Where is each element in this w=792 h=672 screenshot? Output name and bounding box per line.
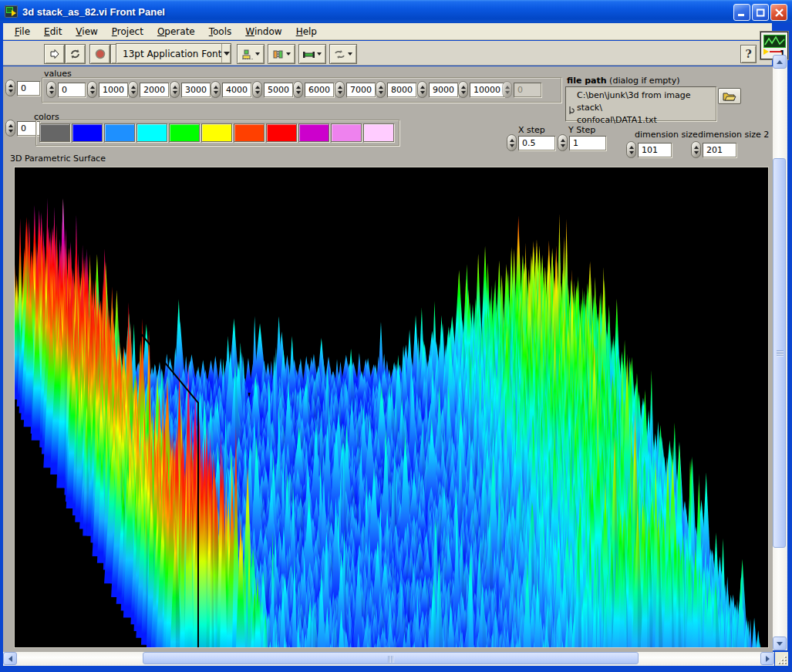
menu-tools[interactable]: Tools <box>202 25 239 39</box>
array-element-value[interactable]: 6000 <box>305 83 334 97</box>
align-objects-icon <box>242 49 253 59</box>
increment-decrement-spinner[interactable] <box>691 141 701 158</box>
file-path-line1: C:\ben\junk\3d from image stack\ <box>577 89 713 114</box>
color-swatch[interactable] <box>39 123 70 142</box>
y-step-value[interactable]: 1 <box>569 136 606 150</box>
array-element-value[interactable]: 9000 <box>429 83 458 97</box>
menu-view[interactable]: View <box>69 25 104 39</box>
values-index-value[interactable]: 0 <box>17 81 40 96</box>
run-button[interactable] <box>44 44 65 64</box>
3d-surface-canvas[interactable] <box>15 167 768 647</box>
browse-button[interactable] <box>718 88 741 104</box>
color-swatch[interactable] <box>169 123 200 142</box>
dimension-size-control: 101 <box>626 141 672 158</box>
color-swatch[interactable] <box>298 123 329 142</box>
resize-objects-button[interactable] <box>298 44 326 64</box>
dimension-size-value[interactable]: 101 <box>638 143 672 157</box>
menu-operate[interactable]: Operate <box>150 25 202 39</box>
color-swatch[interactable] <box>234 123 265 142</box>
increment-decrement-spinner[interactable] <box>376 81 386 98</box>
minimize-button[interactable] <box>733 4 750 21</box>
array-element-value[interactable]: 5000 <box>264 83 293 97</box>
run-arrow-icon <box>49 49 60 59</box>
dimension-size-2-value[interactable]: 201 <box>703 143 736 157</box>
continuous-run-icon <box>69 49 81 59</box>
array-element-value[interactable]: 8000 <box>387 83 416 97</box>
array-element-value[interactable]: 7000 <box>346 83 376 97</box>
distribute-objects-button[interactable] <box>268 44 295 64</box>
file-path-control[interactable]: C:\ben\junk\3d from image stack\ confoca… <box>565 86 716 121</box>
x-step-value[interactable]: 0.5 <box>518 136 555 150</box>
context-help-button[interactable]: ? <box>740 45 757 63</box>
distribute-objects-icon <box>273 49 284 59</box>
increment-decrement-spinner[interactable] <box>87 81 97 98</box>
array-element-value[interactable]: 3000 <box>181 83 211 97</box>
color-swatch[interactable] <box>266 123 297 142</box>
vi-icon-graph <box>763 35 786 48</box>
chevron-down-icon <box>317 52 322 56</box>
array-element-value[interactable]: 4000 <box>222 83 251 97</box>
increment-decrement-spinner[interactable] <box>46 81 56 98</box>
maximize-button[interactable] <box>752 4 769 21</box>
increment-decrement-spinner[interactable] <box>507 134 517 151</box>
menu-bar: File Edit View Project Operate Tools Win… <box>3 23 772 40</box>
values-element-10: 10000 <box>458 81 504 98</box>
font-selector[interactable]: 13pt Application Font <box>116 43 231 64</box>
increment-decrement-spinner[interactable] <box>293 81 303 98</box>
increment-decrement-spinner[interactable] <box>335 81 345 98</box>
increment-decrement-spinner[interactable] <box>170 81 180 98</box>
dimension-size-label: dimension size <box>635 130 698 140</box>
color-swatch[interactable] <box>104 123 135 142</box>
values-element-7: 7000 <box>335 81 376 98</box>
color-swatch[interactable] <box>331 123 362 142</box>
close-button[interactable] <box>770 4 787 21</box>
run-continuous-button[interactable] <box>65 44 86 64</box>
dimension-size-2-label: dimension size 2 <box>698 130 769 140</box>
increment-decrement-spinner[interactable] <box>417 81 427 98</box>
array-element-value[interactable]: 2000 <box>140 83 169 97</box>
minimize-icon <box>738 8 746 16</box>
increment-decrement-spinner[interactable] <box>252 81 262 98</box>
increment-decrement-spinner[interactable] <box>558 134 568 151</box>
align-objects-button[interactable] <box>237 44 265 64</box>
menu-window[interactable]: Window <box>238 25 288 39</box>
menu-edit[interactable]: Edit <box>37 25 69 39</box>
horizontal-scrollbar[interactable] <box>3 652 774 666</box>
labview-vi-icon <box>5 5 18 18</box>
color-swatch[interactable] <box>201 123 232 142</box>
color-swatch[interactable] <box>72 123 103 142</box>
values-element-6: 6000 <box>293 81 334 98</box>
toolbar: 13pt Application Font <box>3 41 772 66</box>
array-element-value[interactable]: 10000 <box>470 83 504 97</box>
chevron-down-icon <box>348 52 352 56</box>
scroll-left-button[interactable] <box>3 652 17 665</box>
color-swatch[interactable] <box>136 123 167 142</box>
values-element-5: 5000 <box>252 81 293 98</box>
menu-file[interactable]: File <box>8 25 37 39</box>
increment-decrement-spinner[interactable] <box>128 81 138 98</box>
reorder-objects-button[interactable] <box>329 44 357 64</box>
menu-help[interactable]: Help <box>289 25 324 39</box>
resize-grip[interactable] <box>775 652 788 666</box>
vertical-scroll-thumb[interactable] <box>773 158 786 548</box>
increment-decrement-spinner[interactable] <box>5 120 15 137</box>
increment-decrement-spinner[interactable] <box>211 81 221 98</box>
font-selector-dropdown[interactable] <box>221 44 231 63</box>
array-element-value[interactable]: 0 <box>58 83 86 97</box>
menu-project[interactable]: Project <box>105 25 150 39</box>
scroll-right-button[interactable] <box>760 652 774 665</box>
increment-decrement-spinner[interactable] <box>5 79 15 96</box>
horizontal-scroll-thumb[interactable] <box>143 652 639 664</box>
vertical-scrollbar[interactable] <box>773 55 787 650</box>
abort-button[interactable] <box>89 44 110 64</box>
chevron-down-icon <box>224 52 230 56</box>
increment-decrement-spinner[interactable] <box>626 141 636 158</box>
title-bar[interactable]: 3d stack_as_82.vi Front Panel <box>0 0 792 23</box>
array-element-value[interactable]: 1000 <box>99 83 128 97</box>
scroll-down-button[interactable] <box>773 637 787 650</box>
scroll-left-icon <box>8 656 12 662</box>
scroll-up-button[interactable] <box>773 55 787 69</box>
values-element-0: 0 <box>46 81 86 98</box>
color-swatch[interactable] <box>363 123 394 142</box>
increment-decrement-spinner[interactable] <box>458 81 468 98</box>
